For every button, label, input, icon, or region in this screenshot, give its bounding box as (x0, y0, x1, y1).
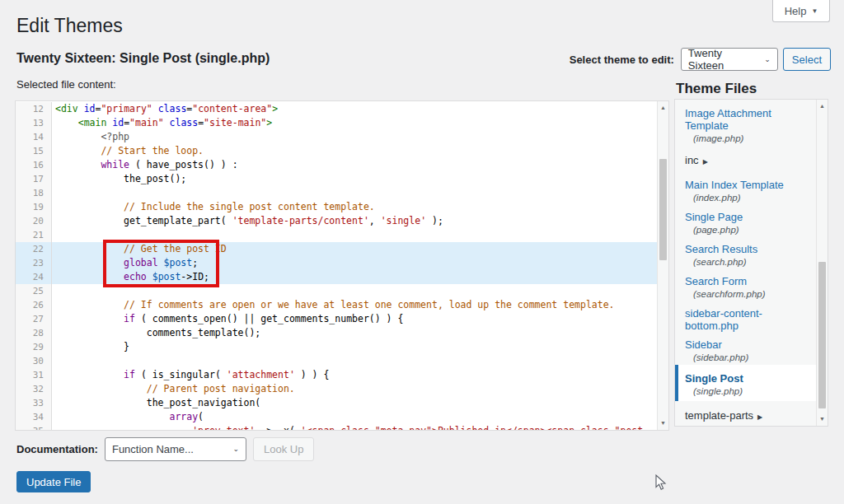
file-link[interactable]: Image Attachment Template (685, 107, 808, 132)
code-line[interactable]: 33 the_post_navigation( (16, 396, 657, 410)
editor-scrollbar[interactable]: ▲ ▼ (657, 101, 668, 430)
code-line[interactable]: 22 // Get the post ID (16, 242, 657, 256)
scroll-down-icon[interactable]: ▼ (658, 418, 668, 428)
function-name-dropdown[interactable]: Function Name... ⌄ (105, 437, 246, 461)
line-number[interactable]: 28 (16, 326, 52, 340)
theme-file-item[interactable]: Sidebar(sidebar.php) (675, 333, 816, 365)
line-number[interactable]: 27 (16, 312, 52, 326)
code-line[interactable]: 20 get_template_part( 'template-parts/co… (16, 214, 657, 228)
line-number[interactable]: 20 (16, 214, 52, 228)
code-lines[interactable]: 12<div id="primary" class="content-area"… (16, 102, 657, 431)
file-link[interactable]: Main Index Template (685, 179, 808, 191)
line-number[interactable]: 34 (16, 410, 52, 424)
code-text[interactable]: if ( is_singular( 'attachment' ) ) { (52, 368, 657, 382)
code-line[interactable]: 21 (16, 228, 657, 242)
file-link[interactable]: Search Form (685, 275, 808, 287)
code-line[interactable]: 28 comments_template(); (16, 326, 657, 340)
code-line[interactable]: 24 echo $post->ID; (16, 270, 657, 284)
code-editor[interactable]: 12<div id="primary" class="content-area"… (15, 100, 669, 431)
code-line[interactable]: 32 // Parent post navigation. (16, 382, 657, 396)
scroll-up-icon[interactable]: ▲ (817, 101, 828, 111)
code-line[interactable]: 26 // If comments are open or we have at… (16, 298, 657, 312)
line-number[interactable]: 30 (16, 354, 52, 368)
theme-folder-item[interactable]: template-parts▶ (675, 401, 816, 427)
code-text[interactable] (52, 228, 657, 242)
theme-file-item[interactable]: Single Post(single.php) (675, 365, 816, 401)
file-link[interactable]: sidebar-content-bottom.php (685, 307, 808, 332)
code-line[interactable]: 25 (16, 284, 657, 298)
line-number[interactable]: 26 (16, 298, 52, 312)
theme-file-item[interactable]: Search Results(search.php) (675, 237, 816, 269)
code-line[interactable]: 29 } (16, 340, 657, 354)
theme-folder-item[interactable]: inc▶ (675, 146, 816, 173)
theme-file-item[interactable]: Single Page(page.php) (675, 205, 816, 237)
theme-file-item[interactable]: sidebar-content-bottom.php (675, 301, 816, 333)
code-line[interactable]: 30 (16, 354, 657, 368)
code-text[interactable] (52, 354, 657, 368)
code-line[interactable]: 23 global $post; (16, 256, 657, 270)
code-text[interactable]: global $post; (52, 256, 657, 270)
line-number[interactable]: 16 (16, 158, 52, 172)
line-number[interactable]: 22 (16, 242, 52, 256)
code-text[interactable] (52, 186, 657, 200)
select-theme-button[interactable]: Select (783, 48, 831, 71)
code-text[interactable]: array( (52, 410, 657, 424)
code-line[interactable]: 12<div id="primary" class="content-area"… (16, 102, 657, 116)
line-number[interactable]: 14 (16, 130, 52, 144)
code-text[interactable]: // Start the loop. (52, 144, 657, 158)
code-text[interactable]: the_post(); (52, 172, 657, 186)
line-number[interactable]: 35 (16, 424, 52, 431)
lookup-button[interactable]: Look Up (253, 437, 314, 461)
code-line[interactable]: 14 <?php (16, 130, 657, 144)
file-link[interactable]: Search Results (685, 243, 808, 255)
code-line[interactable]: 19 // Include the single post content te… (16, 200, 657, 214)
editor-scrollbar-thumb[interactable] (659, 159, 667, 260)
line-number[interactable]: 15 (16, 144, 52, 158)
line-number[interactable]: 21 (16, 228, 52, 242)
line-number[interactable]: 17 (16, 172, 52, 186)
scroll-up-icon[interactable]: ▲ (658, 103, 668, 113)
theme-select-dropdown[interactable]: Twenty Sixteen ⌄ (681, 48, 778, 71)
file-link[interactable]: Single Post (685, 372, 808, 385)
line-number[interactable]: 33 (16, 396, 52, 410)
line-number[interactable]: 24 (16, 270, 52, 284)
line-number[interactable]: 32 (16, 382, 52, 396)
line-number[interactable]: 25 (16, 284, 52, 298)
code-text[interactable]: comments_template(); (52, 326, 657, 340)
code-line[interactable]: 27 if ( comments_open() || get_comments_… (16, 312, 657, 326)
code-line[interactable]: 15 // Start the loop. (16, 144, 657, 158)
theme-files-scrollbar-thumb[interactable] (818, 262, 826, 408)
code-text[interactable]: the_post_navigation( (52, 396, 657, 410)
code-text[interactable]: if ( comments_open() || get_comments_num… (52, 312, 657, 326)
code-text[interactable]: echo $post->ID; (52, 270, 657, 284)
theme-files-scrollbar[interactable]: ▲ ▼ (816, 100, 828, 426)
line-number[interactable]: 13 (16, 116, 52, 130)
theme-file-item[interactable]: Main Index Template(index.php) (675, 173, 816, 205)
code-line[interactable]: 13 <main id="main" class="site-main"> (16, 116, 657, 130)
code-text[interactable] (52, 284, 657, 298)
theme-file-item[interactable]: Search Form(searchform.php) (675, 269, 816, 301)
theme-file-item[interactable]: Image Attachment Template(image.php) (675, 101, 816, 146)
line-number[interactable]: 12 (16, 102, 52, 116)
line-number[interactable]: 29 (16, 340, 52, 354)
code-line[interactable]: 31 if ( is_singular( 'attachment' ) ) { (16, 368, 657, 382)
code-line[interactable]: 18 (16, 186, 657, 200)
help-button[interactable]: Help ▼ (772, 0, 830, 22)
code-text[interactable]: <main id="main" class="site-main"> (52, 116, 657, 130)
code-line[interactable]: 35 'prev_text' => _x( '<span class="meta… (16, 424, 657, 431)
code-text[interactable]: // Get the post ID (52, 242, 657, 256)
code-text[interactable]: // If comments are open or we have at le… (52, 298, 657, 312)
file-link[interactable]: Sidebar (685, 338, 808, 351)
scroll-down-icon[interactable]: ▼ (817, 414, 828, 424)
code-text[interactable]: // Parent post navigation. (52, 382, 657, 396)
code-text[interactable]: 'prev_text' => _x( '<span class="meta-na… (52, 424, 657, 431)
line-number[interactable]: 19 (16, 200, 52, 214)
line-number[interactable]: 23 (16, 256, 52, 270)
code-text[interactable]: <div id="primary" class="content-area"> (52, 102, 657, 116)
line-number[interactable]: 31 (16, 368, 52, 382)
update-file-button[interactable]: Update File (16, 471, 91, 492)
code-text[interactable]: <?php (52, 130, 657, 144)
code-text[interactable]: while ( have_posts() ) : (52, 158, 657, 172)
code-line[interactable]: 17 the_post(); (16, 172, 657, 186)
code-text[interactable]: get_template_part( 'template-parts/conte… (52, 214, 657, 228)
